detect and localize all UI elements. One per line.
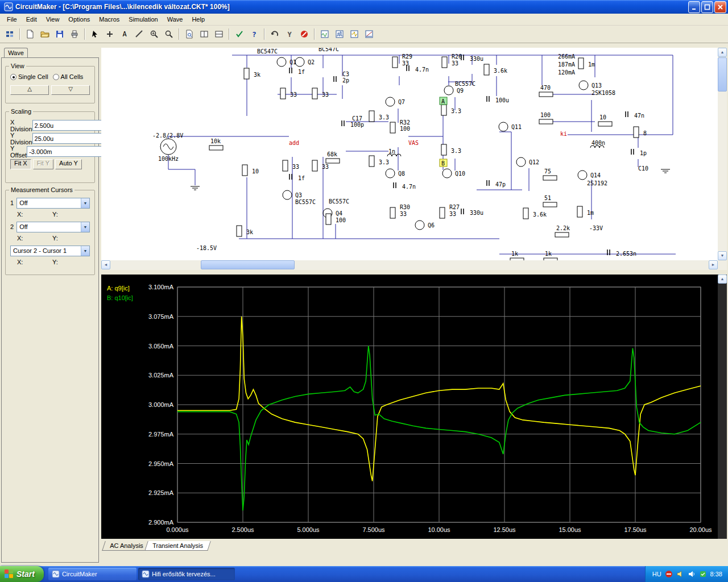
cursor-1-dropdown-icon[interactable]: ▼ [81, 198, 89, 208]
component-label[interactable]: 266mA [558, 53, 575, 60]
component-label[interactable]: Q6 [428, 222, 435, 228]
component-label[interactable]: 47n [634, 113, 644, 119]
radio-dot-single-cell[interactable] [10, 74, 16, 80]
schematic-canvas[interactable]: BC547CQ1Q2BC547C1f3kC32p3333R29334.7nR26… [101, 48, 718, 260]
waveform-area[interactable]: 0.000us2.500us5.000us7.500us10.00us12.50… [101, 275, 727, 539]
component-label[interactable]: 8 [643, 130, 647, 136]
component-label[interactable]: Q1 [289, 59, 296, 65]
component-label[interactable]: 4.7n [415, 66, 429, 73]
component-label[interactable]: 1m [587, 210, 594, 216]
waveform-canvas[interactable]: 0.000us2.500us5.000us7.500us10.00us12.50… [101, 275, 718, 539]
search-button[interactable] [183, 28, 196, 41]
fit-y-button[interactable]: Fit Y [33, 159, 53, 169]
radio-dot-all-cells[interactable] [53, 74, 59, 80]
component-label[interactable]: 51 [544, 195, 551, 201]
start-button[interactable]: Start [0, 566, 44, 582]
waveform-scroll-up-icon[interactable]: ▲ [718, 275, 727, 284]
component-label[interactable]: 3.6k [533, 211, 547, 218]
component-label[interactable]: Q7 [398, 99, 405, 105]
cursor-diff-select[interactable]: Cursor 2 - Cursor 1 ▼ [10, 246, 90, 256]
component-label[interactable]: 1p [640, 150, 647, 156]
component-label[interactable]: -33V [589, 225, 603, 231]
radio-single-cell[interactable]: Single Cell [10, 73, 48, 80]
component-label[interactable]: 330u [470, 56, 483, 62]
component-label[interactable]: Q9 [457, 88, 464, 94]
component-label[interactable]: 1f [298, 175, 305, 181]
component-label[interactable]: R30 [400, 204, 410, 210]
menu-item-macros[interactable]: Macros [94, 15, 124, 24]
component-label[interactable]: 33 [400, 211, 407, 217]
component-label[interactable]: 2p [342, 77, 349, 84]
stop-simulation-button[interactable] [297, 28, 311, 41]
arrow-tool-button[interactable] [88, 28, 102, 41]
reset-button[interactable] [268, 28, 282, 41]
component-label[interactable]: ki [560, 131, 567, 137]
component-label[interactable]: 33 [322, 92, 329, 98]
menu-item-edit[interactable]: Edit [22, 15, 42, 24]
component-label[interactable]: BC557C [295, 199, 316, 205]
waveform-2-button[interactable] [333, 28, 346, 41]
component-label[interactable]: 470 [540, 85, 551, 91]
cell-up-button[interactable]: △ [10, 85, 49, 95]
component-label[interactable]: Q10 [455, 171, 465, 177]
component-label[interactable]: 120mA [558, 69, 575, 76]
component-label[interactable]: 4.7n [402, 184, 416, 190]
cursor-1-select[interactable]: Off ▼ [16, 198, 90, 209]
waveform-scrollbar[interactable]: ▲ [718, 275, 727, 539]
component-label[interactable]: 3.3 [451, 148, 461, 154]
component-label[interactable]: 10k [210, 138, 221, 144]
help-button[interactable]: ? [247, 28, 261, 41]
text-tool-button[interactable]: A [118, 28, 131, 41]
component-label[interactable]: 1f [298, 69, 305, 75]
component-label[interactable]: 2SJ192 [587, 180, 607, 186]
maximize-button[interactable] [701, 1, 713, 13]
component-label[interactable]: 10 [599, 114, 606, 120]
component-label[interactable]: Q13 [592, 82, 602, 89]
waveform-1-button[interactable] [318, 28, 332, 41]
scroll-up-icon[interactable]: ▲ [718, 48, 727, 57]
tray-red-icon[interactable] [665, 570, 673, 578]
scroll-down-icon[interactable]: ▼ [718, 251, 727, 260]
probe-button[interactable]: Y [283, 28, 296, 41]
open-file-button[interactable] [38, 28, 52, 41]
component-label[interactable]: Q8 [398, 171, 405, 177]
vertical-scroll-thumb[interactable] [718, 57, 727, 92]
component-label[interactable]: BC547C [257, 48, 278, 55]
save-button[interactable] [53, 28, 67, 41]
component-label[interactable]: 1k [545, 251, 552, 257]
menu-item-simulation[interactable]: Simulation [124, 15, 162, 24]
component-label[interactable]: 33 [292, 164, 299, 170]
component-label[interactable]: 400n [592, 140, 605, 146]
component-label[interactable]: BC557C [455, 81, 475, 87]
check-button[interactable] [233, 28, 246, 41]
component-label[interactable]: 68k [327, 151, 337, 157]
tab-wave[interactable]: Wave [4, 48, 28, 58]
component-label[interactable]: 3k [254, 72, 260, 78]
taskbar-item[interactable]: CircuitMaker [48, 568, 136, 580]
menu-item-wave[interactable]: Wave [163, 15, 188, 24]
waveform-4-button[interactable] [362, 28, 376, 41]
cursor-diff-dropdown-icon[interactable]: ▼ [81, 246, 89, 256]
component-label[interactable]: Q12 [529, 159, 539, 165]
component-label[interactable]: 1k [511, 251, 518, 257]
y-offset-input[interactable] [27, 147, 111, 156]
component-label[interactable]: 3.6k [494, 68, 507, 74]
schematic-vertical-scrollbar[interactable]: ▲ ▼ [718, 48, 727, 260]
waveform-3-button[interactable] [348, 28, 361, 41]
component-label[interactable]: 100p [350, 122, 364, 128]
component-label[interactable]: 100 [400, 126, 410, 132]
component-label[interactable]: 187mA [558, 61, 575, 68]
radio-all-cells[interactable]: All Cells [53, 73, 84, 80]
place-part-button[interactable] [103, 28, 117, 41]
schematic-horizontal-scrollbar[interactable]: ◄ ► [101, 260, 727, 270]
component-label[interactable]: 3.3 [379, 114, 389, 120]
component-label[interactable]: VAS [408, 140, 419, 146]
new-file-button[interactable] [23, 28, 37, 41]
component-label[interactable]: 2SK1058 [592, 90, 615, 96]
menu-item-file[interactable]: File [2, 15, 22, 24]
component-label[interactable]: Q3 [295, 192, 302, 198]
cursor-2-select[interactable]: Off ▼ [16, 222, 90, 232]
part-browser-button[interactable] [3, 28, 16, 41]
menu-item-help[interactable]: Help [187, 15, 209, 24]
wire-tool-button[interactable] [133, 28, 146, 41]
